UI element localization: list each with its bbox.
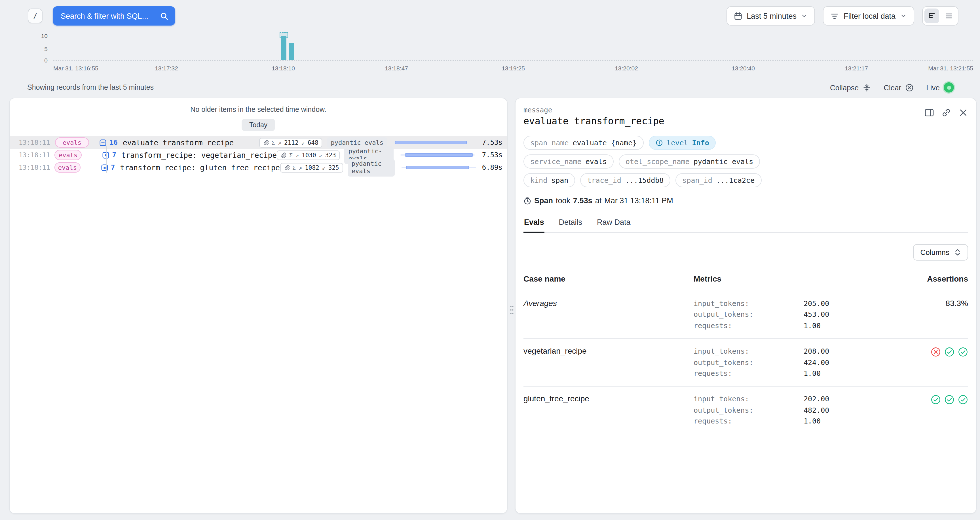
trace-row[interactable]: 13:18:11 evals 7 transform_recipe: glute… bbox=[10, 161, 507, 174]
chip-value: evals bbox=[585, 157, 607, 166]
y-axis-tick-0: 0 bbox=[44, 57, 48, 64]
table-toolbar: Columns bbox=[523, 244, 968, 260]
assertion-pass-icon[interactable] bbox=[958, 347, 968, 357]
open-in-panel-button[interactable] bbox=[924, 108, 934, 118]
status-bar-actions: Collapse Clear Live bbox=[830, 82, 954, 93]
metric-label: requests: bbox=[694, 320, 803, 331]
search-icon bbox=[160, 12, 169, 20]
columns-dropdown[interactable]: Columns bbox=[913, 244, 968, 260]
day-separator-pill[interactable]: Today bbox=[242, 119, 275, 131]
chip-key: trace_id bbox=[587, 176, 621, 185]
records-histogram[interactable]: 10 5 0 Mar 31. 13:16:55 13:17:32 13:18:1… bbox=[53, 35, 973, 73]
output-tokens-arrow-icon: ↙ bbox=[301, 139, 305, 146]
metric-label: output_tokens: bbox=[694, 405, 803, 416]
assertion-pass-icon[interactable] bbox=[944, 347, 955, 357]
chevron-down-icon bbox=[900, 13, 907, 19]
case-name: vegetarian_recipe bbox=[523, 345, 587, 356]
assertion-pass-icon[interactable] bbox=[958, 395, 968, 405]
metric-value: 1.00 bbox=[803, 368, 821, 379]
input-tokens-value: 2112 bbox=[284, 139, 299, 146]
span-id-chip[interactable]: span_id ...1ca2ce bbox=[675, 173, 761, 187]
collapse-icon bbox=[862, 83, 871, 92]
columns-label: Columns bbox=[920, 248, 950, 257]
service-name-chip[interactable]: service_name evals bbox=[523, 155, 614, 169]
table-row[interactable]: gluten_free_recipe input_tokens:202.00 o… bbox=[523, 387, 968, 434]
chip-value: evaluate {name} bbox=[573, 139, 636, 147]
span-name-chip[interactable]: span_name evaluate {name} bbox=[523, 136, 643, 150]
chip-key: span_id bbox=[682, 176, 712, 185]
span-title[interactable]: evaluate transform_recipe bbox=[123, 138, 234, 147]
assertion-pass-icon[interactable] bbox=[944, 395, 955, 405]
evals-tag-badge[interactable]: evals bbox=[55, 150, 82, 160]
otel-scope-chip[interactable]: pydantic-evals bbox=[348, 159, 395, 176]
collapse-node-icon bbox=[99, 139, 107, 146]
side-panel-icon bbox=[924, 108, 934, 118]
span-title[interactable]: transform_recipe: gluten_free_recipe bbox=[120, 163, 280, 172]
chip-key: service_name bbox=[530, 157, 582, 166]
view-toggle-list-button[interactable] bbox=[942, 8, 956, 23]
span-collapse-toggle[interactable]: 16 bbox=[99, 139, 118, 147]
tab-evals[interactable]: Evals bbox=[523, 214, 545, 233]
copy-link-button[interactable] bbox=[942, 108, 951, 118]
span-collapse-toggle[interactable]: 7 bbox=[101, 163, 115, 171]
token-usage-chip[interactable]: Σ ↗1082 ↙325 bbox=[280, 163, 343, 172]
attachment-icon bbox=[263, 140, 269, 145]
slash-key-label: / bbox=[33, 12, 37, 20]
histogram-bar[interactable] bbox=[289, 43, 294, 60]
chip-value: ...1ca2ce bbox=[716, 176, 754, 185]
live-toggle[interactable]: Live bbox=[926, 82, 954, 93]
table-row[interactable]: vegetarian_recipe input_tokens:208.00 ou… bbox=[523, 339, 968, 386]
evals-tag-badge[interactable]: evals bbox=[55, 163, 80, 172]
evals-tag-badge[interactable]: evals bbox=[55, 137, 89, 148]
x-axis-end-label: Mar 31. 13:21:55 bbox=[928, 65, 973, 72]
otel-scope-name-chip[interactable]: otel_scope_name pydantic-evals bbox=[619, 155, 760, 169]
search-sql-button[interactable]: Search & filter with SQL... bbox=[53, 6, 175, 26]
span-duration-summary: Span took 7.53s at Mar 31 13:18:11 PM bbox=[523, 196, 968, 205]
trace-row-time: 13:18:11 bbox=[19, 139, 51, 147]
assertion-results bbox=[916, 394, 968, 405]
view-toggle-tree-button[interactable] bbox=[924, 8, 939, 23]
x-axis-tick: 13:21:17 bbox=[845, 65, 868, 72]
collapse-button[interactable]: Collapse bbox=[830, 83, 871, 92]
metric-value: 453.00 bbox=[803, 309, 829, 320]
panel-resize-handle[interactable] bbox=[509, 303, 514, 317]
trace-row[interactable]: 13:18:11 evals 16 evaluate transform_rec… bbox=[10, 136, 507, 149]
tab-details[interactable]: Details bbox=[558, 214, 583, 233]
chevron-down-icon bbox=[801, 13, 808, 19]
token-usage-chip[interactable]: Σ ↗1030 ↙323 bbox=[277, 150, 340, 160]
search-sql-label: Search & filter with SQL... bbox=[61, 12, 148, 20]
chip-value: ...15ddb8 bbox=[625, 176, 663, 185]
token-usage-chip[interactable]: Σ ↗2112 ↙648 bbox=[259, 138, 322, 147]
clear-button[interactable]: Clear bbox=[884, 83, 914, 92]
close-detail-button[interactable] bbox=[958, 108, 968, 118]
span-title[interactable]: transform_recipe: vegetarian_recipe bbox=[121, 151, 277, 159]
slash-shortcut-button[interactable]: / bbox=[28, 8, 43, 23]
histogram-bar[interactable] bbox=[281, 36, 286, 60]
tab-raw-data[interactable]: Raw Data bbox=[597, 214, 631, 233]
detail-title: evaluate transform_recipe bbox=[523, 116, 664, 127]
assertion-pass-icon[interactable] bbox=[931, 395, 941, 405]
child-span-count: 7 bbox=[111, 163, 115, 171]
time-range-dropdown[interactable]: Last 5 minutes bbox=[726, 6, 815, 26]
span-collapse-toggle[interactable]: 7 bbox=[102, 151, 116, 159]
logfire-app: / Search & filter with SQL... Last 5 min… bbox=[0, 0, 980, 520]
trace-list-panel: No older items in the selected time wind… bbox=[9, 97, 508, 514]
kind-chip[interactable]: kind span bbox=[523, 173, 575, 187]
attachment-icon bbox=[281, 152, 286, 158]
clear-button-label: Clear bbox=[884, 83, 901, 92]
chip-key: level bbox=[667, 139, 688, 147]
trace-row[interactable]: 13:18:11 evals 7 transform_recipe: veget… bbox=[10, 149, 507, 161]
filter-local-data-dropdown[interactable]: Filter local data bbox=[823, 6, 914, 26]
trace-id-chip[interactable]: trace_id ...15ddb8 bbox=[580, 173, 670, 187]
child-span-count: 7 bbox=[112, 151, 116, 159]
clock-icon bbox=[523, 197, 531, 205]
table-row[interactable]: Averages input_tokens:205.00 output_toke… bbox=[523, 291, 968, 339]
assertion-fail-icon[interactable] bbox=[931, 347, 941, 357]
view-toggle-group bbox=[922, 6, 958, 26]
level-info-chip[interactable]: level Info bbox=[649, 136, 716, 150]
otel-scope-chip[interactable]: pydantic-evals bbox=[327, 137, 387, 148]
chip-key: span_name bbox=[530, 139, 568, 147]
x-axis-tick: 13:19:25 bbox=[502, 65, 525, 72]
metric-label: requests: bbox=[694, 416, 803, 427]
histogram-plot-area[interactable]: 10 5 0 bbox=[53, 35, 973, 61]
